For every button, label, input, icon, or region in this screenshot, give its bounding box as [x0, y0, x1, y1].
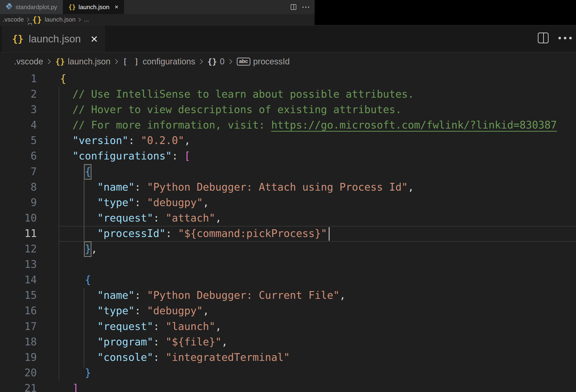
editor-actions — [291, 0, 309, 14]
code-token: "request" — [97, 212, 153, 224]
code-line: 10 "request": "attach", — [0, 210, 576, 226]
code-line-content[interactable]: "console": "integratedTerminal" — [37, 350, 290, 365]
code-token — [60, 336, 97, 348]
line-number: 16 — [0, 303, 37, 318]
code-token: , — [91, 243, 97, 255]
line-number: 6 — [0, 148, 37, 164]
code-token: : — [153, 336, 166, 348]
code-line: 17 "request": "launch", — [0, 319, 576, 334]
tab-label: standardplot.py — [15, 3, 57, 11]
chevron-right-icon — [200, 58, 203, 65]
code-line: 16 "type": "debugpy", — [0, 303, 576, 318]
code-line-content[interactable]: { — [37, 164, 91, 179]
code-line-content[interactable]: // Hover to view descriptions of existin… — [37, 102, 402, 117]
code-line-content[interactable]: "program": "${file}", — [37, 334, 228, 350]
split-editor-icon[interactable] — [538, 32, 548, 43]
code-line-content[interactable]: "version": "0.2.0", — [37, 133, 190, 148]
code-line-content[interactable]: { — [37, 71, 66, 86]
breadcrumb-label: configurations — [143, 57, 195, 67]
breadcrumb-item-launch-json[interactable]: {}launch.json — [32, 15, 76, 24]
code-token: "Python Debugger: Current File" — [147, 289, 340, 301]
code-token — [60, 134, 72, 146]
breadcrumb-item-configurations[interactable]: [ ]configurations — [123, 57, 195, 67]
code-line: 21 ] — [0, 381, 576, 392]
code-line-content[interactable]: // For more information, visit: https://… — [37, 117, 557, 133]
tab-launch-json[interactable]: {} launch.json × — [2, 26, 105, 52]
code-token: ] — [72, 382, 79, 392]
more-actions-icon[interactable] — [558, 37, 572, 39]
code-line-content[interactable]: ] — [37, 381, 79, 392]
zoomed-editor-panel: {} launch.json × .vscode{}launch.json[ ]… — [0, 25, 576, 392]
code-line-content[interactable]: "name": "Python Debugger: Current File", — [37, 287, 346, 303]
code-token: "program" — [97, 336, 153, 348]
code-token: "debugpy" — [147, 196, 203, 209]
code-line-content[interactable]: "request": "launch", — [37, 319, 222, 334]
code-line-content[interactable]: { — [37, 272, 91, 287]
code-token: // Hover to view descriptions of existin… — [60, 104, 402, 115]
code-token: : — [153, 351, 166, 363]
code-token: "version" — [72, 134, 128, 146]
line-number: 13 — [0, 257, 37, 272]
python-icon — [6, 3, 13, 11]
current-line-highlight — [59, 226, 576, 242]
code-line-content[interactable]: "configurations": [ — [37, 148, 190, 164]
code-line-content[interactable]: // Use IntelliSense to learn about possi… — [37, 86, 414, 102]
code-line-content[interactable]: }, — [37, 241, 97, 257]
code-token — [60, 367, 85, 379]
line-number: 1 — [0, 71, 37, 86]
breadcrumb-item-0[interactable]: {}0 — [207, 57, 225, 67]
code-token: "launch" — [166, 320, 215, 332]
code-token: "configurations" — [72, 150, 172, 162]
code-line-content[interactable]: "request": "attach", — [37, 210, 222, 226]
code-token: // Use IntelliSense to learn about possi… — [60, 88, 414, 100]
code-token: "integratedTerminal" — [166, 351, 290, 363]
code-line: 1{ — [0, 71, 576, 86]
code-line-content[interactable]: "name": "Python Debugger: Attach using P… — [37, 179, 414, 195]
line-number: 5 — [0, 133, 37, 148]
line-number: 11 — [0, 226, 37, 241]
breadcrumb: .vscode{}launch.json[ ]configurations{}0… — [0, 52, 576, 71]
chevron-right-icon — [229, 58, 232, 65]
breadcrumb-label: processId — [253, 57, 290, 67]
code-token: : — [135, 196, 147, 209]
code-token: "${file}" — [166, 336, 221, 348]
breadcrumb-label: ... — [84, 16, 89, 23]
breadcrumb-item-launch-json[interactable]: {}launch.json — [55, 57, 111, 67]
code-token — [60, 196, 97, 209]
code-token: // For more information, visit: — [60, 119, 271, 131]
link[interactable]: https://go.microsoft.com/fwlink/?linkid=… — [271, 119, 557, 131]
code-editor[interactable]: 1{2 // Use IntelliSense to learn about p… — [0, 71, 576, 392]
tab-launch-json[interactable]: {}launch.json× — [63, 0, 124, 14]
string-symbol-icon: abc — [237, 58, 250, 66]
breadcrumb-item--vscode[interactable]: .vscode — [3, 16, 24, 23]
code-token: "Python Debugger: Attach using Process I… — [147, 181, 408, 193]
close-icon[interactable]: × — [91, 33, 98, 45]
code-token: : — [153, 212, 166, 224]
code-token: { — [85, 166, 91, 178]
code-token: "type" — [97, 196, 135, 209]
breadcrumb-item--[interactable]: ... — [84, 16, 89, 23]
code-token: , — [215, 212, 222, 224]
breadcrumb-item--vscode[interactable]: .vscode — [14, 57, 43, 67]
code-line: 2 // Use IntelliSense to learn about pos… — [0, 86, 576, 102]
code-token: { — [85, 274, 91, 286]
code-token — [60, 212, 97, 224]
code-line: 8 "name": "Python Debugger: Attach using… — [0, 179, 576, 195]
tab-standardplot-py[interactable]: standardplot.py — [0, 0, 63, 14]
code-line-content[interactable]: } — [37, 365, 91, 381]
code-token — [60, 305, 97, 317]
more-actions-icon[interactable] — [302, 6, 309, 8]
code-line-content[interactable]: "type": "debugpy", — [37, 195, 209, 210]
breadcrumb-item-processId[interactable]: abcprocessId — [237, 57, 290, 67]
code-line-content[interactable] — [37, 257, 60, 272]
array-symbol-icon: [ ] — [123, 57, 140, 66]
code-line: 4 // For more information, visit: https:… — [0, 117, 576, 133]
code-token: : — [135, 305, 147, 317]
code-token: } — [85, 243, 91, 255]
code-token: } — [85, 367, 91, 379]
split-editor-icon[interactable] — [291, 4, 296, 10]
code-token: [ — [184, 150, 191, 162]
code-line-content[interactable]: "type": "debugpy", — [37, 303, 209, 318]
line-number: 3 — [0, 102, 37, 117]
close-icon[interactable]: × — [115, 4, 118, 10]
